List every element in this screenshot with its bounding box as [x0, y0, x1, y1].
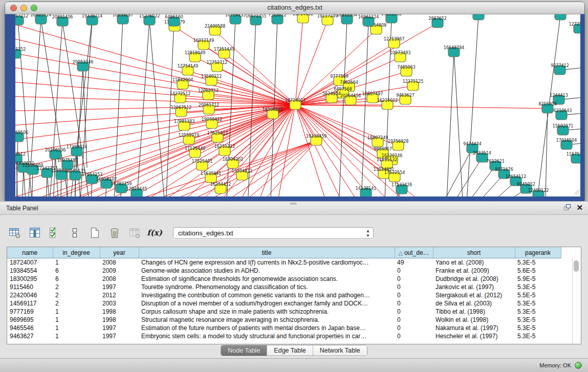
table-row[interactable]: 977716911998Corpus callosum shape and si…	[7, 308, 561, 316]
graph-node[interactable]: 22400588	[205, 24, 226, 35]
graph-node[interactable]: 10719135	[225, 14, 246, 24]
table-row[interactable]: 946362711997Embryonic stem cells: a mode…	[7, 332, 561, 340]
graph-node[interactable]: 10973493	[390, 51, 411, 62]
resize-grip-icon[interactable]	[574, 189, 579, 194]
graph-node-label: 15692971	[553, 124, 574, 128]
graph-node[interactable]: 14138141	[356, 186, 377, 196]
application-root: citations_edges.txt 11255479224005881601…	[0, 0, 588, 372]
graph-node[interactable]: 7485063	[397, 65, 416, 76]
graph-node[interactable]: 11842004	[172, 78, 193, 89]
table-cell: 2	[53, 283, 100, 291]
graph-node[interactable]: 17351449	[214, 47, 235, 58]
graph-node[interactable]: 20061712	[199, 103, 220, 114]
graph-node[interactable]: 9463627	[396, 93, 415, 104]
network-canvas[interactable]: 1125547922400588160121491281804912754149…	[15, 14, 580, 196]
graph-node[interactable]: 19861912	[381, 14, 402, 23]
graph-node[interactable]: 11675312	[567, 152, 580, 163]
graph-node[interactable]: 20557212	[15, 14, 28, 25]
graph-node[interactable]: 15510012	[550, 14, 571, 20]
table-row[interactable]: 946554611997Estimation of the future num…	[7, 324, 561, 332]
graph-node-label: 17957253	[82, 172, 103, 177]
graph-node[interactable]: 12067512	[171, 105, 192, 117]
table-settings-button[interactable]	[8, 226, 21, 239]
close-panel-icon[interactable]: ✕	[576, 204, 583, 211]
graph-node[interactable]: 15692971	[553, 124, 574, 135]
graph-node[interactable]: 18807249	[367, 136, 388, 147]
graph-node[interactable]: 16216012	[377, 98, 398, 110]
table-cell: 2	[53, 299, 100, 308]
table-row[interactable]: 1830029562008Estimation of significance …	[7, 275, 561, 283]
table-row[interactable]: 1938455462009Genome-wide association stu…	[7, 267, 561, 275]
column-header-in-degree[interactable]: in_degree	[53, 247, 100, 258]
column-header-pagerank[interactable]: pagerank	[515, 247, 561, 258]
delete-table-button[interactable]	[108, 226, 121, 239]
table-row[interactable]: 1456911722003Disruption of a novel membe…	[7, 299, 561, 308]
table-scrollbar-thumb[interactable]	[574, 260, 579, 272]
row-height-icon	[69, 227, 81, 239]
import-table-button[interactable]	[128, 226, 141, 239]
graph-node[interactable]: 17125440	[185, 146, 206, 158]
graph-node[interactable]: 19117249	[317, 14, 338, 25]
table-row[interactable]: 969969511998Structural magnetic resonanc…	[7, 316, 561, 324]
graph-node[interactable]: 16251212	[214, 144, 235, 156]
graph-node-label: 7485063	[397, 65, 416, 70]
table-select-dropdown[interactable]: citations_edges.txt ▲▼	[173, 227, 374, 239]
graph-node[interactable]: 17981383	[174, 119, 195, 130]
column-header-short[interactable]: short	[433, 247, 515, 258]
table-cell: 1998	[100, 308, 139, 316]
graph-node[interactable]: 16671355	[246, 14, 267, 25]
graph-node[interactable]: 15276022	[139, 14, 160, 25]
graph-node[interactable]: 18812304	[337, 14, 358, 24]
graph-node-label: 11615132	[377, 158, 398, 162]
graph-node[interactable]: 13580212	[201, 74, 222, 85]
tab-network-table[interactable]: Network Table	[313, 345, 367, 356]
graph-node[interactable]: 20053346	[73, 60, 94, 71]
splitter-handle[interactable]	[290, 203, 297, 205]
graph-node[interactable]: 8813054	[469, 14, 488, 20]
new-table-button[interactable]	[88, 226, 101, 239]
show-column-button[interactable]	[28, 226, 41, 239]
table-row[interactable]: 911546021997Tourette syndrome. Phenomeno…	[7, 283, 561, 291]
tab-node-table[interactable]: Node Table	[221, 345, 267, 356]
graph-node-label: 16210643	[551, 108, 572, 113]
graph-node[interactable]: 16012149	[193, 38, 214, 50]
graph-node[interactable]: 20605724	[31, 14, 52, 24]
graph-node[interactable]: 25269506	[15, 130, 28, 142]
graph-node[interactable]: 12818049	[185, 51, 206, 62]
graph-node[interactable]: 7512012	[268, 14, 287, 24]
graph-node[interactable]: 12923445	[126, 187, 147, 196]
select-rows-button[interactable]	[48, 226, 61, 239]
graph-node[interactable]: 19338714	[82, 14, 103, 25]
tab-edge-table[interactable]: Edge Table	[267, 345, 313, 356]
graph-node[interactable]: 15724012	[293, 14, 314, 23]
graph-node[interactable]: 12375125	[403, 79, 424, 91]
float-panel-icon[interactable]	[563, 204, 571, 211]
window-title: citations_edges.txt	[5, 4, 584, 11]
function-builder-button[interactable]: f(x)	[148, 226, 161, 239]
graph-node[interactable]: 12754149	[178, 64, 199, 75]
graph-node-label: 12450122	[528, 188, 549, 193]
graph-node[interactable]: 19098412	[202, 117, 223, 128]
column-header-name[interactable]: name	[7, 247, 53, 258]
column-header-out-de-[interactable]: △ out_de…	[395, 247, 433, 258]
graph-node-label: 17981383	[174, 119, 195, 124]
graph-node[interactable]: 17016504	[556, 138, 577, 149]
graph-node[interactable]: 12213967	[384, 37, 405, 48]
graph-node[interactable]: 17359924	[67, 145, 88, 156]
table-scrollbar[interactable]	[572, 258, 580, 343]
graph-node[interactable]: 16648784	[444, 46, 465, 57]
table-row[interactable]: 2242004622012Investigating the contribut…	[7, 291, 561, 299]
graph-node[interactable]: 10653287	[113, 14, 134, 24]
graph-node[interactable]: 12752712	[207, 60, 228, 72]
column-header-year[interactable]: year	[100, 247, 139, 258]
row-height-button[interactable]	[68, 226, 81, 239]
graph-node[interactable]: 2887652	[428, 16, 447, 28]
graph-node[interactable]: 22531152	[15, 47, 26, 58]
table-row[interactable]: 1872400712008Changes of HCN gene express…	[7, 258, 561, 267]
graph-node[interactable]: 16210643	[551, 108, 572, 120]
function-builder-icon: f(x)	[147, 228, 162, 237]
window-titlebar[interactable]: citations_edges.txt	[5, 2, 584, 14]
column-header-title[interactable]: title	[139, 247, 395, 258]
graph-node[interactable]: 20891406	[52, 15, 73, 26]
graph-node[interactable]: 12725404	[569, 22, 580, 33]
